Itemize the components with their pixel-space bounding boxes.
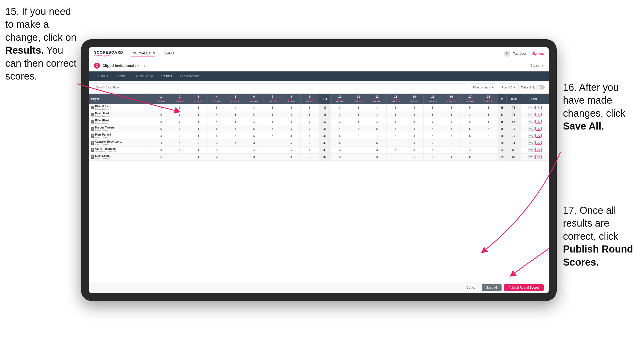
score-h18[interactable]: 3 [479,154,498,161]
score-h15[interactable]: 5 [423,111,442,118]
score-h13[interactable]: 4 [386,147,405,154]
score-h1[interactable]: 5 [152,118,170,125]
score-h14[interactable]: 3 [405,104,423,111]
score-h7[interactable]: 5 [263,154,282,161]
score-h12[interactable]: 5 [368,125,386,132]
dq-button[interactable]: DQ [535,106,542,109]
score-h8[interactable]: 3 [282,154,300,161]
score-h10[interactable]: 3 [331,104,349,111]
score-h7[interactable]: 5 [263,118,282,125]
score-h8[interactable]: 5 [282,147,300,154]
score-h3[interactable]: 4 [189,154,208,161]
score-h15[interactable]: 3 [423,118,442,125]
score-h15[interactable]: 5 [423,104,442,111]
score-h12[interactable]: 3 [368,118,386,125]
score-h17[interactable]: 3 [461,111,479,118]
round-dropdown[interactable]: Round 3 ▾ [499,83,519,91]
score-h4[interactable]: 4 [208,154,226,161]
score-h3[interactable]: 4 [189,147,208,154]
score-h9[interactable]: 3 [301,118,319,125]
score-h14[interactable]: 3 [405,125,423,132]
score-h3[interactable]: 5 [189,104,208,111]
score-h4[interactable]: 5 [208,147,226,154]
score-h3[interactable]: 4 [189,132,208,139]
score-h11[interactable]: 5 [349,132,368,139]
dq-button[interactable]: DQ [535,127,542,131]
score-h12[interactable]: 4 [368,132,386,139]
score-h4[interactable]: 4 [208,111,226,118]
score-h13[interactable]: 5 [386,125,405,132]
score-h9[interactable]: 3 [301,154,319,161]
score-h16[interactable]: 3 [442,125,461,132]
score-h2[interactable]: 3 [170,111,189,118]
cancel-button[interactable]: Cancel [463,284,479,291]
score-h14[interactable]: 3 [405,132,423,139]
score-h13[interactable]: 5 [386,132,405,139]
score-h13[interactable]: 6 [386,104,405,111]
score-h15[interactable]: 4 [423,132,442,139]
score-h9[interactable]: 4 [301,147,319,154]
score-h1[interactable]: 4 [152,139,170,147]
score-h5[interactable]: 4 [226,104,245,111]
score-h11[interactable]: 3 [349,139,368,147]
score-h11[interactable]: 5 [349,154,368,161]
score-h5[interactable]: 4 [226,139,245,147]
wd-button[interactable]: WD [528,120,535,124]
score-h17[interactable]: 5 [461,132,479,139]
score-h3[interactable]: 3 [189,111,208,118]
score-h16[interactable]: 4 [442,154,461,161]
score-h1[interactable]: 6 [152,111,170,118]
score-h12[interactable]: 3 [368,111,386,118]
score-h2[interactable]: 3 [170,125,189,132]
tab-details[interactable]: Details [94,71,112,81]
wd-button[interactable]: WD [528,127,535,131]
score-h8[interactable]: 3 [282,118,300,125]
score-h3[interactable]: 4 [189,125,208,132]
score-h7[interactable]: 3 [263,125,282,132]
score-h14[interactable]: 5 [405,118,423,125]
score-h5[interactable]: 3 [226,132,245,139]
score-h17[interactable]: 5 [461,104,479,111]
score-h3[interactable]: 4 [189,118,208,125]
score-h8[interactable]: 3 [282,111,300,118]
save-all-button[interactable]: Save All [482,284,502,291]
score-h10[interactable]: 3 [331,154,349,161]
score-h12[interactable]: 3 [368,104,386,111]
score-h4[interactable]: 5 [208,104,226,111]
score-h6[interactable]: 4 [245,147,263,154]
score-h9[interactable]: 5 [301,111,319,118]
score-h15[interactable]: 3 [423,154,442,161]
score-h6[interactable]: 3 [245,104,263,111]
score-h2[interactable]: 4 [170,147,189,154]
score-h8[interactable]: 5 [282,125,300,132]
score-h3[interactable]: 5 [189,139,208,147]
score-h11[interactable]: 5 [349,104,368,111]
score-h14[interactable]: 3 [405,147,423,154]
score-h15[interactable]: 5 [423,147,442,154]
score-h9[interactable]: 5 [301,104,319,111]
score-h10[interactable]: 3 [331,111,349,118]
score-h18[interactable]: 3 [479,118,498,125]
score-h7[interactable]: 5 [263,104,282,111]
score-h2[interactable]: 3 [170,154,189,161]
score-h12[interactable]: 5 [368,139,386,147]
score-h8[interactable]: 3 [282,132,300,139]
score-h4[interactable]: 3 [208,139,226,147]
score-h15[interactable]: 3 [423,139,442,147]
score-h10[interactable]: 6 [331,139,349,147]
score-h16[interactable]: 3 [442,132,461,139]
score-h18[interactable]: 6 [479,132,498,139]
score-h17[interactable]: 4 [461,139,479,147]
score-h5[interactable]: 3 [226,118,245,125]
score-h4[interactable]: 4 [208,118,226,125]
score-h13[interactable]: 3 [386,118,405,125]
score-h2[interactable]: 3 [170,118,189,125]
score-h10[interactable]: 4 [331,125,349,132]
tab-teams[interactable]: Teams [112,71,130,81]
score-h7[interactable]: 6 [263,111,282,118]
nav-teams[interactable]: TEAMS [163,50,174,57]
scores-container[interactable]: Player 1PAR 4370 YDS 2PAR 5511 YDS 3PAR … [89,94,549,282]
score-h5[interactable]: 3 [226,125,245,132]
score-h11[interactable]: 5 [349,111,368,118]
tab-course-setup[interactable]: Course Setup [130,71,157,81]
